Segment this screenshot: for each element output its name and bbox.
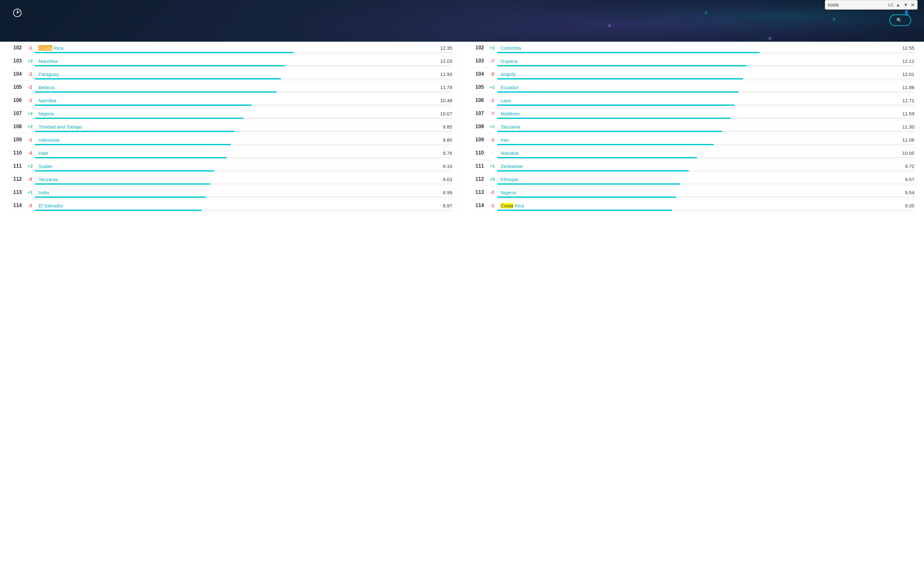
speed-bar	[35, 91, 277, 93]
speed-bar	[497, 157, 698, 158]
country-name[interactable]: India	[39, 190, 439, 195]
speed-bar-container	[35, 91, 452, 93]
rank-change: +1	[488, 85, 497, 90]
country-name[interactable]: Tanzania	[501, 124, 899, 129]
rank-change: +1	[26, 190, 35, 195]
rank-change: +2	[26, 124, 35, 129]
country-name[interactable]: Trinidad and Tobago	[39, 124, 439, 129]
speed-value: 11.78	[440, 85, 452, 90]
rank-change: -2	[26, 71, 35, 77]
table-row: 112 -5 Tanzania 9.03	[10, 173, 452, 186]
speed-bar-container	[497, 170, 915, 171]
country-name[interactable]: Nigeria	[501, 190, 901, 195]
svg-point-21	[17, 12, 18, 13]
header: 👤 🔍	[0, 0, 924, 42]
speed-bar-container	[35, 144, 452, 145]
country-name[interactable]: Paraguay	[39, 71, 436, 77]
rank-change: +5	[488, 177, 497, 182]
rank-change: -2	[26, 85, 35, 90]
find-close-button[interactable]: ✕	[911, 2, 915, 8]
speed-value: 11.93	[440, 71, 452, 77]
speed-value: 8.99	[443, 190, 452, 195]
speed-value: 12.11	[902, 58, 914, 64]
table-row: 110 - Namibia 10.05	[472, 147, 915, 160]
country-name[interactable]: Indonesia	[39, 137, 439, 143]
rank-number: 111	[472, 163, 484, 169]
country-name[interactable]: Haiti	[39, 150, 439, 156]
country-name[interactable]: Sudan	[39, 163, 439, 169]
table-row: 104 -2 Paraguay 11.93	[10, 68, 452, 81]
country-name[interactable]: Zimbabwe	[501, 163, 901, 169]
speed-bar-container	[35, 78, 452, 79]
country-name[interactable]: Colombia	[501, 45, 899, 51]
rank-change: -7	[488, 111, 497, 116]
speed-bar	[35, 197, 206, 198]
speed-bar-container	[497, 144, 915, 145]
speed-bar-container	[35, 105, 452, 106]
rank-number: 105	[472, 84, 484, 90]
speed-bar	[497, 118, 731, 119]
rank-change: +2	[26, 163, 35, 169]
table-row: 109 -1 Indonesia 9.80	[10, 134, 452, 147]
find-prev-button[interactable]: ▲	[895, 2, 901, 8]
rank-number: 109	[10, 137, 22, 143]
country-name[interactable]: Guyana	[501, 58, 899, 64]
speed-value: 9.03	[443, 177, 452, 182]
country-name[interactable]: Nigeria	[39, 111, 436, 116]
rank-number: 105	[10, 84, 22, 90]
rank-change: -5	[488, 71, 497, 77]
speed-bar	[497, 52, 760, 53]
speed-bar-container	[497, 52, 915, 53]
speed-bar-container	[497, 183, 915, 185]
table-row: 111 +2 Sudan 9.10	[10, 160, 452, 173]
country-name[interactable]: Mauritius	[39, 58, 436, 64]
speed-value: 10.07	[440, 111, 452, 116]
rank-number: 103	[10, 58, 22, 64]
speed-value: 9.35	[905, 203, 914, 208]
country-name[interactable]: Costa Rica	[39, 45, 436, 51]
find-next-button[interactable]: ▼	[903, 2, 909, 8]
table-row: 112 +5 Ethiopia 9.57	[472, 173, 915, 186]
speed-bar-container	[497, 78, 915, 79]
speed-bar-container	[35, 210, 452, 211]
speed-bar	[497, 131, 722, 132]
rank-number: 104	[472, 71, 484, 77]
country-name[interactable]: Angola	[501, 71, 899, 77]
country-name[interactable]: Tanzania	[39, 177, 439, 182]
find-input[interactable]	[828, 2, 885, 7]
search-button[interactable]: 🔍	[889, 15, 911, 26]
country-name[interactable]: Ecuador	[501, 85, 899, 90]
country-name[interactable]: Ethiopia	[501, 177, 901, 182]
rank-number: 110	[472, 150, 484, 156]
speed-value: 12.03	[440, 58, 452, 64]
table-row: 103 -7 Guyana 12.11	[472, 55, 915, 68]
speed-bar-container	[497, 118, 915, 119]
logo	[13, 8, 24, 17]
country-name[interactable]: Maldives	[501, 111, 899, 116]
rank-change: -4	[26, 150, 35, 155]
speed-bar	[497, 183, 681, 185]
speed-value: 11.06	[902, 137, 914, 143]
speed-value: 9.76	[443, 150, 452, 156]
country-name[interactable]: Belarus	[39, 85, 436, 90]
country-name[interactable]: Iran	[501, 137, 899, 143]
country-name[interactable]: Laos	[501, 98, 899, 103]
table-row: 114 -2 El Salvador 8.97	[10, 199, 452, 213]
rank-number: 112	[10, 176, 22, 182]
speed-value: 12.35	[440, 45, 452, 51]
rank-number: 114	[10, 203, 22, 208]
speed-bar	[497, 210, 672, 211]
rank-change: +1	[488, 45, 497, 50]
table-row: 110 -4 Haiti 9.76	[10, 147, 452, 160]
country-name[interactable]: Costa Rica	[501, 203, 901, 208]
speed-value: 9.54	[905, 190, 914, 195]
rank-number: 102	[10, 45, 22, 51]
country-name[interactable]: El Salvador	[39, 203, 439, 208]
country-name[interactable]: Namibia	[501, 150, 899, 156]
country-name[interactable]: Namibia	[39, 98, 436, 103]
rank-change: +2	[26, 111, 35, 116]
table-row: 108 +1 Tanzania 11.30	[472, 121, 915, 134]
speed-bar	[35, 210, 202, 211]
rank-number: 104	[10, 71, 22, 77]
table-row: 107 -7 Maldives 11.59	[472, 107, 915, 121]
